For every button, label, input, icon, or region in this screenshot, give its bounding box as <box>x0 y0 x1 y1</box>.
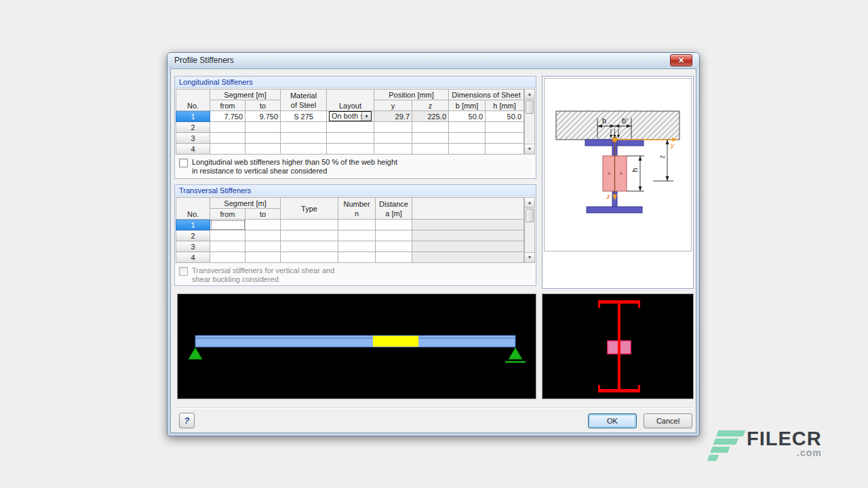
cell-to[interactable] <box>245 230 281 241</box>
cell-layout[interactable] <box>327 133 374 144</box>
longitudinal-web-stiffeners-checkbox[interactable] <box>179 159 188 167</box>
logo-bar <box>707 455 719 461</box>
transversal-table-wrap: No. Segment [m] Type Number n Distance a… <box>176 197 535 263</box>
cell-h[interactable]: 50.0 <box>486 111 524 122</box>
scrollbar-thumb[interactable] <box>526 100 534 114</box>
cell-from[interactable] <box>210 220 245 230</box>
cell-material[interactable] <box>281 144 327 155</box>
cell-b[interactable] <box>449 144 486 155</box>
scroll-up-icon[interactable]: ▲ <box>525 89 534 100</box>
ok-button[interactable]: OK <box>588 413 637 428</box>
cell-material[interactable]: S 275 <box>281 111 327 122</box>
cell-layout[interactable] <box>327 122 374 133</box>
cell-n[interactable] <box>338 220 376 230</box>
row-header[interactable]: 2 <box>176 230 210 241</box>
cell-y[interactable] <box>374 133 412 144</box>
cell-to[interactable] <box>245 220 281 230</box>
cell-a[interactable] <box>376 252 412 263</box>
cell-layout[interactable] <box>327 144 374 155</box>
cell-to[interactable] <box>245 122 281 133</box>
cell-b[interactable]: 50.0 <box>449 111 486 122</box>
help-icon: ? <box>184 415 190 426</box>
row-header[interactable]: 1 <box>176 111 210 122</box>
cancel-button[interactable]: Cancel <box>644 413 692 428</box>
cell-from[interactable] <box>210 241 245 252</box>
cell-to[interactable] <box>245 241 281 252</box>
col-header-segment: Segment [m] <box>210 89 281 100</box>
transversal-checkbox-label: Transversal stiffeners for vertical shea… <box>192 266 334 284</box>
cell-material[interactable] <box>281 133 327 144</box>
cell-h[interactable] <box>486 144 524 155</box>
col-header-z: z <box>412 100 449 111</box>
beam-preview-panel <box>177 293 536 399</box>
cross-section-preview <box>542 294 693 399</box>
cell-from[interactable] <box>210 230 245 241</box>
table-row: 3 <box>176 241 524 252</box>
cell-n[interactable] <box>338 241 376 252</box>
scroll-down-icon[interactable]: ▼ <box>525 144 534 154</box>
cell-filler <box>412 220 524 230</box>
transversal-checkbox-row: Transversal stiffeners for vertical shea… <box>175 263 536 284</box>
col-header-to: to <box>245 100 281 111</box>
row-header[interactable]: 4 <box>176 144 210 155</box>
cell-type[interactable] <box>281 220 338 230</box>
col-header-no: No. <box>176 89 210 111</box>
cell-to[interactable] <box>245 252 281 263</box>
vertical-scrollbar[interactable]: ▲ ▼ <box>524 197 535 263</box>
row-header[interactable]: 2 <box>176 122 210 133</box>
cell-type[interactable] <box>281 241 338 252</box>
row-header[interactable]: 1 <box>176 220 210 230</box>
cell-filler <box>412 241 524 252</box>
cell-a[interactable] <box>376 220 412 230</box>
watermark-name: FILECR <box>747 428 822 449</box>
cell-b[interactable] <box>449 133 486 144</box>
row-header[interactable]: 4 <box>176 252 210 263</box>
cell-z[interactable] <box>412 133 449 144</box>
cell-to[interactable] <box>245 133 281 144</box>
cell-h[interactable] <box>486 133 524 144</box>
cell-n[interactable] <box>338 230 376 241</box>
help-button[interactable]: ? <box>179 413 195 428</box>
longitudinal-checkbox-row: Longitudinal web stiffeners higher than … <box>175 155 536 176</box>
col-header-to: to <box>245 209 281 220</box>
cell-h[interactable] <box>486 122 524 133</box>
cell-type[interactable] <box>281 252 338 263</box>
cell-from[interactable] <box>210 252 245 263</box>
support-left <box>189 348 202 359</box>
cell-from[interactable]: 7.750 <box>210 111 245 122</box>
dialog-titlebar[interactable]: Profile Stiffeners ✕ <box>167 53 699 68</box>
close-button[interactable]: ✕ <box>670 54 692 66</box>
row-header[interactable]: 3 <box>176 241 210 252</box>
cell-y[interactable] <box>374 122 412 133</box>
cell-a[interactable] <box>376 230 412 241</box>
table-row: 2 <box>176 122 524 133</box>
table-row: 3 <box>176 133 524 144</box>
cell-z[interactable] <box>412 122 449 133</box>
cell-from[interactable] <box>210 133 245 144</box>
filecr-logo-text: FILECR .com <box>747 428 822 458</box>
cell-to[interactable] <box>245 144 281 155</box>
col-header-number: Number n <box>338 198 376 220</box>
dialog-title: Profile Stiffeners <box>174 56 234 65</box>
cell-from[interactable] <box>210 122 245 133</box>
logo-bar <box>713 439 738 445</box>
cell-type[interactable] <box>281 230 338 241</box>
scroll-up-icon[interactable]: ▲ <box>525 198 534 208</box>
dropdown-arrow-icon[interactable]: ▼ <box>361 112 371 121</box>
transversal-table: No. Segment [m] Type Number n Distance a… <box>176 197 524 263</box>
row-header[interactable]: 3 <box>176 133 210 144</box>
cell-n[interactable] <box>338 252 376 263</box>
cell-y[interactable] <box>374 144 412 155</box>
vertical-scrollbar[interactable]: ▲ ▼ <box>524 89 535 155</box>
cell-material[interactable] <box>281 122 327 133</box>
cell-from[interactable] <box>210 144 245 155</box>
cell-z[interactable] <box>412 144 449 155</box>
scroll-down-icon[interactable]: ▼ <box>525 252 534 262</box>
cell-to[interactable]: 9.750 <box>245 111 281 122</box>
layout-dropdown[interactable]: On both si ▼ <box>329 111 372 121</box>
section-preview-panel <box>542 293 694 399</box>
transversal-stiffeners-checkbox[interactable] <box>179 267 188 276</box>
cell-b[interactable] <box>449 122 486 133</box>
cell-a[interactable] <box>376 241 412 252</box>
scrollbar-thumb[interactable] <box>526 209 534 222</box>
